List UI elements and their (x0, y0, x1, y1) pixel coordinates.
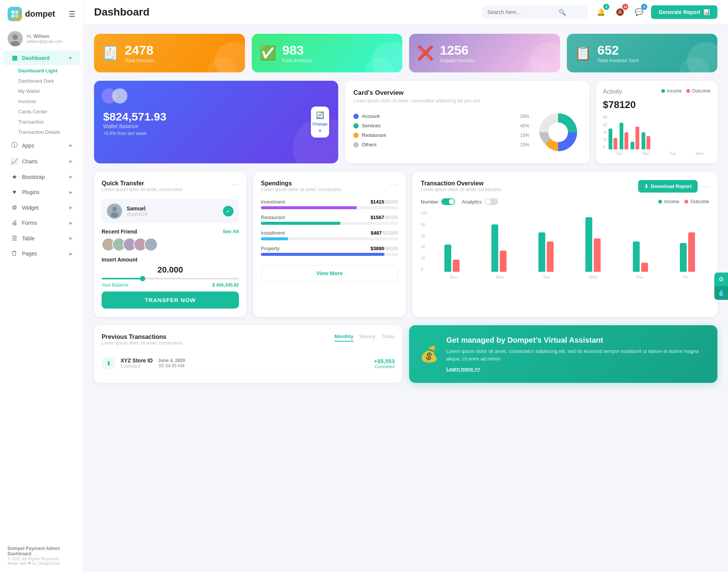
bootstrap-icon: ★ (11, 173, 18, 180)
message-button[interactable]: 💬 5 (632, 5, 646, 19)
chevron-right-icon: ▶ (69, 159, 72, 164)
amount-slider[interactable] (102, 278, 239, 279)
widget-icon: ⚙ (11, 204, 18, 211)
spending-row: Investment $1415/$2000 (261, 199, 398, 209)
chevron-right-icon: ▶ (69, 143, 72, 148)
see-all-button[interactable]: See All (223, 229, 239, 235)
txn-y-axis: 100 80 60 40 20 0 (421, 211, 427, 272)
svg-rect-2 (11, 14, 14, 17)
search-input[interactable] (487, 9, 555, 15)
sidebar-item-apps[interactable]: ⓘ Apps ▶ (3, 138, 80, 153)
subnav-transaction[interactable]: Transaction (15, 117, 83, 127)
stat-card-total-invoices: 🧾 2478 Total Invoices (94, 34, 245, 72)
number-toggle[interactable] (441, 198, 455, 205)
more-options-button[interactable]: ⋯ (231, 180, 239, 189)
stat-label: Total Invoices Sent (598, 58, 639, 63)
bell-badge: 2 (603, 4, 609, 10)
generate-report-label: Generate Report (659, 9, 700, 15)
txn-date: June 4, 2020 05:34:45 AM (158, 358, 185, 368)
logo-text: dompet (25, 9, 55, 19)
restaurant-dot (353, 133, 359, 138)
account-dot (353, 114, 359, 119)
content-area: 🧾 2478 Total Invoices ✅ 983 Paid Invoice… (83, 25, 728, 572)
spending-rows: Investment $1415/$2000 Restaurant $1567/… (261, 199, 398, 256)
generate-report-button[interactable]: Generate Report 📊 (651, 5, 717, 19)
tab-weekly[interactable]: Weekly (359, 334, 375, 342)
bar-outcome (613, 138, 617, 149)
overview-legend: Account 20% Services 40% Restaurant 15% (353, 113, 529, 151)
txn-controls: Number Analytics Inc (421, 198, 709, 205)
sidebar-item-table[interactable]: ☰ Table ▶ (3, 231, 80, 246)
spending-more-options[interactable]: ⋯ (391, 180, 398, 189)
subnav-invoices[interactable]: Invoices (15, 96, 83, 107)
logo-icon (8, 7, 22, 21)
bell-button[interactable]: 🔔 2 (594, 5, 608, 19)
person-name: Samuel (127, 205, 147, 212)
sidebar-item-charts[interactable]: 📈 Charts ▶ (3, 154, 80, 169)
check-icon: ✓ (223, 206, 234, 216)
subnav-dashboard-dark[interactable]: Dashboard Dark (15, 76, 83, 86)
subnav-dashboard-light[interactable]: Dashboard Light (15, 66, 83, 76)
sidebar-item-plugins[interactable]: ♥ Plugins ▶ (3, 185, 80, 199)
subnav-cards-center[interactable]: Cards Center (15, 107, 83, 117)
page-title: Dashboard (94, 6, 476, 18)
activity-legend: Income Outcome (661, 88, 711, 94)
user-info: Hi, William william@gmail.com (27, 34, 62, 44)
transfer-person[interactable]: Samuel @sam224 ✓ (102, 199, 239, 223)
services-dot (353, 123, 359, 129)
sidebar: dompet ☰ Hi, William william@gmail.com ▦… (0, 0, 83, 572)
sidebar-item-label: Dashboard (22, 55, 50, 61)
message-badge: 5 (641, 4, 647, 10)
view-more-button[interactable]: View More (261, 265, 398, 282)
sidebar-logo: dompet ☰ (0, 0, 83, 27)
sidebar-item-widget[interactable]: ⚙ Widget ▶ (3, 200, 80, 215)
sidebar-item-dashboard[interactable]: ▦ Dashboard ▼ (3, 50, 80, 65)
settings-float-button[interactable]: ⚙ (714, 273, 728, 286)
subnav-transaction-details[interactable]: Transaction Details (15, 127, 83, 137)
chevron-right-icon: ▶ (69, 174, 72, 179)
outcome-dot (686, 89, 690, 93)
subnav-my-wallet[interactable]: My Wallet (15, 86, 83, 96)
notification-badge: 12 (622, 4, 628, 10)
amount-value: 20.000 (102, 265, 239, 275)
plugins-icon: ♥ (11, 189, 18, 196)
paid-icon: ✅ (259, 45, 276, 61)
prev-txn-title: Previous Transactions (102, 334, 182, 340)
svg-rect-3 (15, 14, 18, 17)
search-box: 🔍 (482, 6, 588, 19)
legend-row: Account 20% (353, 113, 529, 119)
transaction-overview-card: Transaction Overview Lorem ipsum dolor s… (413, 172, 717, 317)
wallet-card: $824,571.93 Wallet Balance +0.8% than la… (94, 81, 338, 163)
float-buttons: ⚙ 💧 (714, 273, 728, 300)
notification-button[interactable]: 🔕 12 (613, 5, 627, 19)
search-icon[interactable]: 🔍 (559, 9, 566, 16)
transfer-now-button[interactable]: TRANSFER NOW (102, 291, 239, 309)
download-report-button[interactable]: ⬇ Download Report (638, 180, 698, 193)
txn-overview-title: Transaction Overview (421, 180, 502, 187)
sidebar-item-pages[interactable]: 🗒 Pages ▶ (3, 246, 80, 261)
chevron-right-icon: ▶ (69, 221, 72, 226)
hamburger-icon[interactable]: ☰ (69, 9, 75, 19)
tab-today[interactable]: Today (381, 334, 395, 342)
sidebar-item-bootstrap[interactable]: ★ Bootstrap ▶ (3, 169, 80, 184)
stat-label: Unpaid Invoices (440, 58, 475, 63)
txn-more-options[interactable]: ⋯ (701, 182, 709, 191)
svg-point-5 (13, 34, 18, 40)
water-float-button[interactable]: 💧 (714, 286, 728, 300)
bar-income (631, 142, 634, 149)
analytics-toggle-label: Analytics (462, 199, 482, 205)
bar-income (642, 132, 645, 149)
sidebar-item-forms[interactable]: 🖨 Forms ▶ (3, 216, 80, 230)
learn-more-button[interactable]: Learn more >> (446, 366, 480, 372)
stat-card-unpaid-invoices: ❌ 1256 Unpaid Invoices (409, 34, 560, 72)
prev-txn-subtitle: Lorem ipsum dolor sit amet, consectetur (102, 340, 182, 346)
user-email: william@gmail.com (27, 39, 62, 44)
main-content: Dashboard 🔍 🔔 2 🔕 12 💬 5 Generate Report… (83, 0, 728, 572)
cards-overview-card: Card's Overview Lorem ipsum dolor sit am… (345, 81, 589, 163)
person-handle: @sam224 (127, 212, 147, 217)
tab-monthly[interactable]: Monthly (334, 334, 353, 342)
analytics-toggle[interactable] (485, 198, 498, 205)
prev-txn-tabs: Monthly Weekly Today (334, 334, 395, 342)
unpaid-icon: ❌ (417, 45, 434, 61)
friend-avatar[interactable] (144, 238, 158, 251)
